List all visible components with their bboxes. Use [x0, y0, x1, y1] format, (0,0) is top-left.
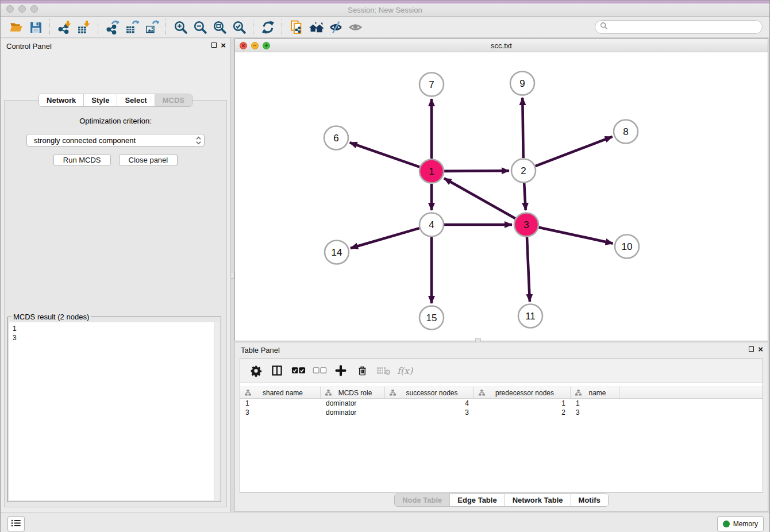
open-file-icon[interactable]	[6, 18, 26, 36]
node-7[interactable]: 7	[419, 73, 444, 97]
edge-4-14[interactable]	[351, 228, 419, 248]
table-tab-motifs[interactable]: Motifs	[571, 494, 608, 506]
criterion-dropdown-value: strongly connected component	[34, 136, 136, 145]
edge-3-10[interactable]	[539, 228, 613, 244]
search-box[interactable]	[595, 20, 763, 34]
refresh-layout-icon[interactable]	[258, 18, 278, 36]
import-table-icon[interactable]	[74, 18, 94, 36]
run-mcds-button[interactable]: Run MCDS	[53, 154, 111, 166]
zoom-selected-icon[interactable]	[229, 18, 249, 36]
zoom-fit-icon[interactable]	[210, 18, 229, 36]
result-scrollbar[interactable]	[214, 322, 220, 500]
control-panel: Control Panel × NetworkStyleSelectMCDS O…	[1, 38, 231, 512]
delete-columns-icon[interactable]	[353, 362, 371, 379]
export-network-icon[interactable]	[103, 18, 122, 36]
table-row[interactable]: 3dominator323	[240, 408, 763, 417]
node-14[interactable]: 14	[325, 241, 349, 264]
zoom-out-icon[interactable]	[190, 18, 210, 36]
show-panel-icon[interactable]	[345, 18, 365, 36]
select-all-columns-icon[interactable]	[290, 362, 307, 379]
edge-2-3[interactable]	[524, 183, 526, 210]
edge-1-6[interactable]	[350, 142, 420, 167]
node-4[interactable]: 4	[419, 213, 444, 237]
table-header-row: shared nameMCDS rolesuccessor nodesprede…	[240, 387, 763, 399]
node-2[interactable]: 2	[511, 159, 536, 183]
tab-network[interactable]: Network	[39, 94, 83, 106]
node-label: 11	[525, 311, 536, 322]
add-column-icon[interactable]	[332, 362, 349, 379]
toolbar-separator	[253, 19, 254, 35]
mcds-result-textarea[interactable]: 13	[9, 322, 220, 500]
tab-style[interactable]: Style	[83, 94, 117, 106]
column-header-successor-nodes[interactable]: successor nodes	[385, 387, 474, 398]
table-cell[interactable]: 1	[240, 399, 321, 407]
node-11[interactable]: 11	[518, 304, 542, 328]
table-tab-node-table[interactable]: Node Table	[395, 494, 449, 506]
save-session-icon[interactable]	[26, 18, 45, 36]
column-header-shared-name[interactable]: shared name	[240, 387, 321, 398]
memory-status-icon	[723, 521, 730, 527]
criterion-dropdown[interactable]: strongly connected component	[26, 134, 205, 147]
column-header-name[interactable]: name	[571, 387, 619, 398]
table-tab-network-table[interactable]: Network Table	[505, 494, 571, 506]
task-history-button[interactable]	[7, 516, 25, 531]
mcds-result-title: MCDS result (2 nodes)	[11, 313, 91, 321]
network-window-titlebar: × − + scc.txt	[235, 39, 768, 52]
column-header-label: MCDS role	[334, 389, 382, 397]
column-header-predecessor-nodes[interactable]: predecessor nodes	[474, 387, 571, 398]
node-8[interactable]: 8	[614, 120, 638, 144]
edge-2-9[interactable]	[522, 98, 523, 158]
table-cell[interactable]: 3	[385, 408, 474, 417]
import-network-icon[interactable]	[55, 18, 74, 36]
mcds-tab-content: Optimization criterion: strongly connect…	[4, 100, 227, 507]
close-panel-icon[interactable]: ×	[221, 41, 226, 49]
node-1[interactable]: 1	[419, 160, 444, 183]
float-table-panel-icon[interactable]	[749, 346, 754, 352]
close-panel-button[interactable]: Close panel	[119, 154, 178, 166]
hierarchy-icon	[390, 390, 396, 396]
table-cell[interactable]: 1	[571, 399, 619, 407]
edge-3-11[interactable]	[527, 237, 530, 302]
memory-button[interactable]: Memory	[717, 516, 764, 531]
deselect-all-columns-icon[interactable]	[311, 362, 328, 379]
tab-mcds[interactable]: MCDS	[155, 94, 192, 106]
network-graph-canvas[interactable]: 7968124314101511	[235, 52, 768, 341]
home-icon[interactable]	[306, 18, 326, 36]
table-toolbar: f(x)	[240, 359, 763, 383]
node-6[interactable]: 6	[324, 126, 348, 150]
edge-2-8[interactable]	[536, 137, 613, 166]
close-table-panel-icon[interactable]: ×	[758, 345, 763, 353]
network-overview-icon[interactable]	[287, 18, 306, 36]
gear-icon[interactable]	[247, 362, 264, 379]
column-header-label: successor nodes	[398, 389, 471, 397]
column-layout-icon[interactable]	[268, 362, 286, 379]
node-label: 4	[429, 219, 434, 230]
table-tab-edge-table[interactable]: Edge Table	[449, 494, 504, 506]
table-cell[interactable]: 4	[385, 399, 474, 407]
control-panel-title: Control Panel	[6, 42, 52, 51]
node-3[interactable]: 3	[514, 213, 538, 237]
edge-1-2[interactable]	[444, 171, 509, 171]
table-cell[interactable]: 2	[474, 408, 571, 417]
node-10[interactable]: 10	[615, 235, 639, 259]
table-row[interactable]: 1dominator411	[240, 399, 763, 408]
table-cell[interactable]: 1	[474, 399, 571, 407]
panel-splitter-grip[interactable]	[230, 272, 234, 279]
table-cell[interactable]: dominator	[321, 399, 385, 407]
node-15[interactable]: 15	[419, 306, 444, 330]
zoom-in-icon[interactable]	[171, 18, 190, 36]
float-panel-icon[interactable]	[211, 43, 217, 48]
table-cell[interactable]: dominator	[321, 408, 385, 417]
toolbar-separator	[282, 19, 283, 35]
table-cell[interactable]: 3	[240, 408, 321, 417]
table-cell[interactable]: 3	[571, 408, 619, 417]
tab-select[interactable]: Select	[117, 94, 154, 106]
search-input[interactable]	[611, 22, 757, 32]
export-image-icon[interactable]	[142, 18, 161, 36]
edge-3-1[interactable]	[444, 178, 515, 218]
node-9[interactable]: 9	[510, 72, 534, 95]
column-header-mcds-role[interactable]: MCDS role	[321, 387, 385, 398]
hide-panel-icon[interactable]	[326, 18, 345, 36]
toolbar-separator	[98, 19, 99, 35]
export-table-icon[interactable]	[122, 18, 142, 36]
